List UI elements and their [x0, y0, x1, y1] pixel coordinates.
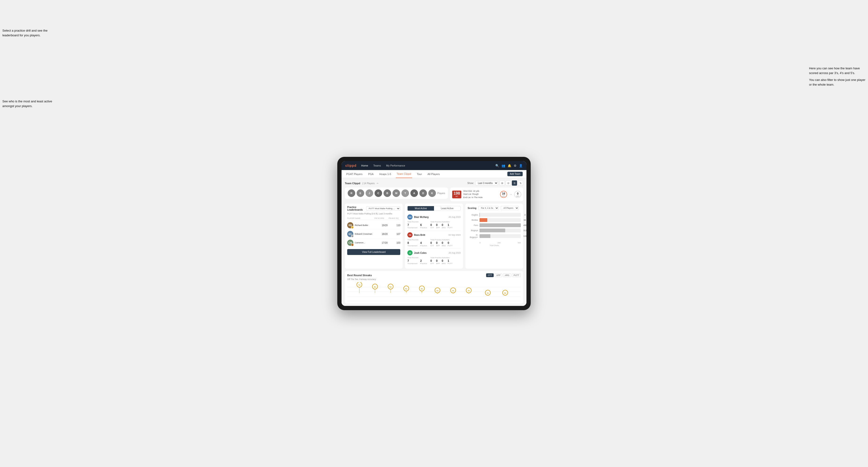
best-round-subtitle: Off The Tee, Fairway Accuracy [347, 278, 521, 280]
search-icon[interactable]: 🔍 [495, 164, 499, 167]
user-icon[interactable]: 👤 [519, 164, 523, 167]
grid2-view-btn[interactable]: ⊞ [500, 181, 505, 186]
bar-track: 131 [479, 234, 521, 238]
scoring-title: Scoring [468, 207, 476, 210]
show-filter: Show: Last 3 months Last 6 months Last y… [467, 181, 523, 186]
filter-arg[interactable]: ARG [503, 273, 511, 277]
stats-circle-1: 16 yds [500, 191, 507, 198]
sub-nav-all-players[interactable]: All Players [427, 170, 441, 178]
bar-row-eagles: Eagles 3 [468, 213, 521, 217]
scoring-filter2[interactable]: All Players [501, 206, 519, 210]
grid3-view-btn[interactable]: ⊟ [506, 181, 511, 186]
player-activity-row: RB Rees Britt 02 Sep 2023 Total Rounds 8 [407, 231, 460, 249]
stats-info: Shot Dist: 16 yds Start Lie: Rough End L… [463, 190, 498, 199]
player-avatar[interactable]: C [375, 189, 382, 197]
bar-track: 499 [479, 223, 521, 227]
sub-nav-pga[interactable]: PGA [367, 170, 375, 178]
lb-avatar-2: EC 2 [347, 231, 353, 237]
sort-view-btn[interactable]: ⇅ [518, 181, 523, 186]
player-avatar[interactable]: M [393, 189, 400, 197]
filter-app[interactable]: APP [495, 273, 502, 277]
filter-ott[interactable]: OTT [486, 273, 494, 277]
player-avatar[interactable]: B [383, 189, 391, 197]
sub-nav-team-clippd[interactable]: Team Clippd [396, 170, 412, 178]
sub-nav-hcaps[interactable]: Hcaps 1-5 [378, 170, 392, 178]
show-select[interactable]: Last 3 months Last 6 months Last year [475, 181, 498, 185]
least-active-tab[interactable]: Least Active [434, 206, 460, 211]
player-avatar[interactable]: T [401, 189, 409, 197]
three-col: Practice Leaderboards PUTT Must Make Put… [345, 204, 523, 269]
nav-my-performance[interactable]: My Performance [385, 164, 406, 167]
annotation-bottom-left: See who is the most and least active amo… [2, 99, 54, 108]
most-active-tab[interactable]: Most Active [408, 206, 434, 211]
player-activity-row: JC Josh Coles 26 Aug 2023 Total Rounds 7 [407, 249, 460, 266]
player-name-row: BM Blair McHarg [407, 214, 429, 220]
player-avatar[interactable]: J [366, 189, 373, 197]
lb-player-1: RB 1 Richard Butler [347, 222, 372, 228]
filter-putt[interactable]: PUTT [512, 273, 521, 277]
svg-text:7x: 7x [358, 284, 361, 286]
best-round-header: Best Round Streaks OTT APP ARG PUTT [347, 273, 521, 277]
practice-leaderboard-card: Practice Leaderboards PUTT Must Make Put… [345, 204, 403, 269]
lb-row: RB 1 Richard Butler 19/20 110 [347, 221, 400, 230]
svg-text:3x: 3x [504, 292, 506, 294]
list-view-btn[interactable]: ☰ [512, 181, 517, 186]
total-practice-group-2: Total Practice Activities 0OTT 0APP 0ARG… [430, 239, 453, 247]
lb-row: CM 3 Cameron... 17/20 103 [347, 239, 400, 247]
streak-svg: 7x 6x 6x 5x [347, 282, 521, 301]
main-content: Team Clippd | 14 Players ✏ Show: Last 3 … [342, 178, 526, 306]
bar-row-pars: Pars 499 [468, 223, 521, 227]
top-nav: clippd Home Teams My Performance 🔍 👥 🔔 ⚙… [342, 161, 526, 170]
practice-lb-title: Practice Leaderboards [347, 206, 366, 211]
player-act-header: RB Rees Britt 02 Sep 2023 [407, 232, 460, 238]
scoring-header: Scoring Par 3, 4 & 5s All Players [468, 206, 521, 210]
nav-home[interactable]: Home [360, 164, 369, 167]
nav-icons: 🔍 👥 🔔 ⚙ 👤 [495, 164, 523, 167]
practice-lb-dropdown[interactable]: PUTT Must Make Putting ... [366, 206, 400, 211]
player-avatar[interactable]: A [410, 189, 418, 197]
player-avatar[interactable]: R [348, 189, 355, 197]
top-row: R E J C B M T A D K Players 198 SC [345, 187, 523, 201]
player-act-avatar-2: RB [407, 232, 412, 238]
activity-tabs: Most Active Least Active [407, 206, 460, 211]
scoring-filter1[interactable]: Par 3, 4 & 5s [478, 206, 499, 210]
card-header: Practice Leaderboards PUTT Must Make Put… [347, 206, 400, 211]
activity-card: Most Active Least Active BM Blair McHarg… [405, 204, 463, 269]
bar-chart: Eagles 3 Birdies 96 [468, 212, 521, 241]
total-practice-group-3: Total Practice Activities 0OTT 0APP 0ARG… [430, 257, 453, 264]
people-icon[interactable]: 👥 [501, 164, 505, 167]
best-round-title: Best Round Streaks [347, 274, 372, 277]
team-title: Team Clippd | 14 Players ✏ [345, 181, 379, 185]
player-avatar[interactable]: K [428, 189, 436, 197]
bar-track: 311 [479, 228, 521, 232]
bar-track: 96 [479, 218, 521, 222]
player-act-header: BM Blair McHarg 26 Aug 2023 [407, 214, 460, 220]
act-stats-row: Total Rounds 8 Tournament 4 Practice [407, 239, 460, 247]
player-avatar[interactable]: E [356, 189, 364, 197]
bar-fill-bogeys [479, 228, 505, 232]
player-act-avatar-1: BM [407, 214, 412, 220]
bar-track: 3 [479, 213, 521, 217]
bar-row-dbogeys: D. Bogeys+ 131 [468, 234, 521, 239]
view-leaderboard-button[interactable]: View Full Leaderboard [347, 249, 400, 255]
settings-icon[interactable]: ⚙ [514, 164, 517, 167]
nav-links: Home Teams My Performance [360, 164, 492, 167]
bar-fill-dbogeys [479, 234, 490, 238]
total-rounds-group-3: Total Rounds 7 Tournament 2 Practice [407, 257, 427, 264]
sub-nav-pgat[interactable]: PGAT Players [345, 170, 364, 178]
stats-red-box: 198 SC [452, 191, 461, 198]
annotation-top-right: Here you can see how the team have score… [809, 66, 866, 87]
lb-header: PLAYER NAME PB SCORE PB AVG SQ [347, 217, 400, 220]
best-round-section: Best Round Streaks OTT APP ARG PUTT Off … [345, 271, 523, 304]
practice-lb-subtitle: PUTT Must Make Putting (3-6 ft), Last 3 … [347, 213, 400, 215]
streak-chart: 7x 6x 6x 5x [347, 282, 521, 301]
sub-nav-tour[interactable]: Tour [416, 170, 423, 178]
nav-teams[interactable]: Teams [372, 164, 382, 167]
player-avatar[interactable]: D [420, 189, 427, 197]
bell-icon[interactable]: 🔔 [507, 164, 512, 167]
lb-avatar-3: CM 3 [347, 240, 353, 246]
rank-badge-silver: 2 [351, 235, 354, 238]
team-header: Team Clippd | 14 Players ✏ Show: Last 3 … [345, 181, 523, 186]
add-team-button[interactable]: Add Team [507, 172, 523, 176]
players-label: Players [437, 192, 445, 195]
